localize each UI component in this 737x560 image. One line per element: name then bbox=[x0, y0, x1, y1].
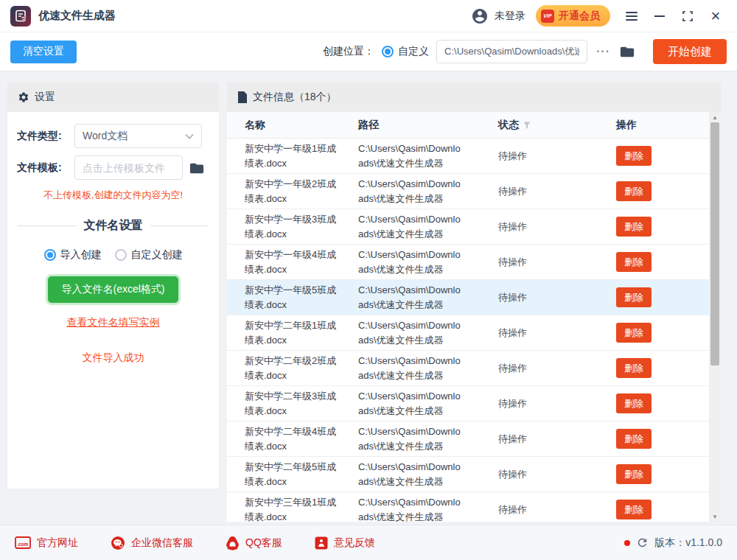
table-row[interactable]: 新安中学一年级2班成绩表.docx C:\Users\Qasim\Downloa… bbox=[227, 174, 721, 209]
import-filenames-button[interactable]: 导入文件名(excel格式) bbox=[48, 276, 178, 303]
wechat-icon bbox=[111, 536, 125, 550]
folder-icon bbox=[189, 161, 205, 175]
table-row[interactable]: 新安中学三年级1班成绩表.docx C:\Users\Qasim\Downloa… bbox=[227, 492, 721, 522]
file-table-body: 新安中学一年级1班成绩表.docx C:\Users\Qasim\Downloa… bbox=[227, 139, 721, 522]
delete-button[interactable]: 删除 bbox=[616, 287, 652, 307]
version-label: 版本：v1.1.0.0 bbox=[654, 536, 722, 550]
maximize-icon bbox=[682, 10, 694, 22]
footer-bar: .com 官方网址 企业微信客服 bbox=[0, 525, 737, 560]
file-path-cell: C:\Users\Qasim\Downloads\优速文件生成器 bbox=[358, 354, 498, 383]
minimize-button[interactable] bbox=[649, 5, 671, 27]
file-path-cell: C:\Users\Qasim\Downloads\优速文件生成器 bbox=[358, 460, 498, 489]
file-action-cell: 删除 bbox=[616, 323, 709, 343]
file-type-select[interactable]: Word文档 bbox=[74, 124, 202, 148]
feedback-icon bbox=[315, 536, 328, 550]
app-logo-icon bbox=[10, 6, 31, 27]
scroll-up-arrow[interactable]: ▲ bbox=[709, 112, 721, 122]
user-avatar-icon bbox=[471, 7, 489, 25]
delete-button[interactable]: 删除 bbox=[616, 464, 652, 484]
menu-button[interactable] bbox=[621, 5, 643, 27]
folder-icon bbox=[619, 44, 635, 59]
table-row[interactable]: 新安中学二年级5班成绩表.docx C:\Users\Qasim\Downloa… bbox=[227, 457, 721, 492]
settings-panel: 设置 文件类型: Word文档 文件模板: bbox=[7, 83, 219, 489]
browse-more-button[interactable]: ··· bbox=[595, 43, 612, 60]
file-name-cell: 新安中学一年级2班成绩表.docx bbox=[227, 177, 358, 206]
delete-button[interactable]: 删除 bbox=[616, 323, 652, 343]
refresh-icon[interactable] bbox=[636, 536, 649, 549]
file-action-cell: 删除 bbox=[616, 429, 709, 449]
file-info-panel: 文件信息（18个） 名称 路径 状态 操作 bbox=[227, 83, 721, 522]
custom-create-radio[interactable]: 自定义创建 bbox=[115, 248, 183, 262]
file-type-value: Word文档 bbox=[83, 130, 185, 143]
delete-button[interactable]: 删除 bbox=[616, 217, 652, 237]
svg-text:.com: .com bbox=[17, 542, 28, 547]
footer-link-feedback[interactable]: 意见反馈 bbox=[315, 536, 375, 550]
file-action-cell: 删除 bbox=[616, 287, 709, 307]
table-row[interactable]: 新安中学一年级3班成绩表.docx C:\Users\Qasim\Downloa… bbox=[227, 209, 721, 245]
vertical-scrollbar[interactable]: ▲ ▼ bbox=[709, 112, 721, 522]
table-row[interactable]: 新安中学二年级2班成绩表.docx C:\Users\Qasim\Downloa… bbox=[227, 351, 721, 386]
settings-panel-title: 设置 bbox=[35, 91, 55, 104]
maximize-button[interactable] bbox=[677, 5, 699, 27]
delete-button[interactable]: 删除 bbox=[616, 393, 652, 413]
delete-button[interactable]: 删除 bbox=[616, 181, 652, 201]
radio-checked-icon bbox=[382, 46, 394, 57]
custom-location-radio-label: 自定义 bbox=[398, 45, 429, 58]
file-action-cell: 删除 bbox=[616, 217, 709, 237]
delete-button[interactable]: 删除 bbox=[616, 429, 652, 449]
vip-upgrade-button[interactable]: VIP 开通会员 bbox=[536, 5, 610, 27]
table-row[interactable]: 新安中学一年级5班成绩表.docx C:\Users\Qasim\Downloa… bbox=[227, 280, 721, 315]
status-dot bbox=[624, 540, 630, 546]
custom-create-radio-label: 自定义创建 bbox=[131, 248, 183, 262]
footer-link-official-site[interactable]: .com 官方网址 bbox=[15, 536, 78, 550]
template-folder-button[interactable] bbox=[189, 161, 205, 175]
file-action-cell: 删除 bbox=[616, 464, 709, 484]
template-label: 文件模板: bbox=[17, 161, 74, 175]
custom-location-radio[interactable]: 自定义 bbox=[382, 45, 429, 58]
file-status-cell: 待操作 bbox=[498, 220, 616, 234]
file-status-cell: 待操作 bbox=[498, 149, 616, 164]
output-path-input[interactable] bbox=[436, 40, 587, 63]
user-login-area[interactable]: 未登录 bbox=[471, 7, 525, 25]
file-type-label: 文件类型: bbox=[17, 130, 74, 143]
chevron-down-icon bbox=[185, 133, 194, 139]
start-create-button[interactable]: 开始创建 bbox=[653, 39, 727, 64]
delete-button[interactable]: 删除 bbox=[616, 500, 652, 519]
file-path-cell: C:\Users\Qasim\Downloads\优速文件生成器 bbox=[358, 212, 498, 242]
app-window: 优速文件生成器 未登录 VIP 开通会员 bbox=[0, 0, 737, 560]
file-name-cell: 新安中学二年级5班成绩表.docx bbox=[227, 460, 358, 489]
delete-button[interactable]: 删除 bbox=[616, 252, 652, 272]
close-icon: × bbox=[711, 8, 721, 24]
qq-icon bbox=[226, 536, 240, 550]
status-header-label: 状态 bbox=[498, 119, 519, 132]
table-row[interactable]: 新安中学一年级1班成绩表.docx C:\Users\Qasim\Downloa… bbox=[227, 139, 721, 174]
table-row[interactable]: 新安中学二年级4班成绩表.docx C:\Users\Qasim\Downloa… bbox=[227, 421, 721, 457]
open-folder-button[interactable] bbox=[619, 44, 635, 59]
column-header-status: 状态 bbox=[498, 119, 616, 132]
table-row[interactable]: 新安中学二年级3班成绩表.docx C:\Users\Qasim\Downloa… bbox=[227, 386, 721, 421]
delete-button[interactable]: 删除 bbox=[616, 146, 652, 166]
file-action-cell: 删除 bbox=[616, 393, 709, 413]
clear-settings-button[interactable]: 清空设置 bbox=[10, 41, 77, 63]
scrollbar-thumb[interactable] bbox=[710, 122, 719, 365]
table-row[interactable]: 新安中学二年级1班成绩表.docx C:\Users\Qasim\Downloa… bbox=[227, 315, 721, 351]
footer-link-qq-service[interactable]: QQ客服 bbox=[226, 536, 282, 550]
file-action-cell: 删除 bbox=[616, 252, 709, 272]
scroll-down-arrow[interactable]: ▼ bbox=[709, 511, 721, 522]
file-status-cell: 待操作 bbox=[498, 184, 616, 199]
minimize-icon bbox=[654, 15, 665, 17]
document-icon bbox=[237, 91, 248, 103]
footer-link-wechat-service[interactable]: 企业微信客服 bbox=[111, 536, 193, 550]
filter-icon[interactable] bbox=[523, 121, 531, 130]
close-button[interactable]: × bbox=[705, 5, 727, 27]
delete-button[interactable]: 删除 bbox=[616, 358, 652, 378]
filename-example-link[interactable]: 查看文件名填写实例 bbox=[15, 316, 212, 329]
file-name-cell: 新安中学一年级3班成绩表.docx bbox=[227, 212, 358, 242]
file-action-cell: 删除 bbox=[616, 181, 709, 201]
file-status-cell: 待操作 bbox=[498, 467, 616, 482]
template-upload-input[interactable] bbox=[74, 155, 183, 180]
file-panel-title: 文件信息（18个） bbox=[253, 91, 337, 104]
file-panel-header: 文件信息（18个） bbox=[227, 83, 721, 112]
table-row[interactable]: 新安中学一年级4班成绩表.docx C:\Users\Qasim\Downloa… bbox=[227, 245, 721, 280]
import-create-radio[interactable]: 导入创建 bbox=[44, 248, 102, 262]
